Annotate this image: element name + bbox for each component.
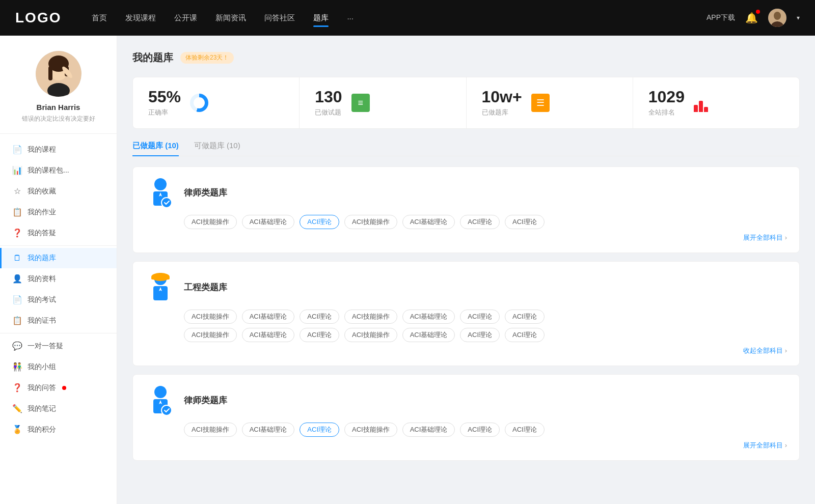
lawyer-icon-1 — [145, 177, 176, 208]
sidebar-item-questions[interactable]: ❓ 我的问答 — [0, 377, 117, 398]
done-banks-value: 10w+ — [482, 89, 522, 105]
tag[interactable]: ACI技能操作 — [184, 328, 237, 342]
tag[interactable]: ACI基础理论 — [402, 310, 455, 324]
rank-label: 全站排名 — [648, 108, 685, 117]
tag[interactable]: ACI理论 — [460, 423, 500, 437]
sidebar-item-points[interactable]: 🏅 我的积分 — [0, 419, 117, 440]
svg-point-1 — [774, 12, 781, 20]
nav-qa[interactable]: 问答社区 — [264, 13, 295, 23]
stat-done-questions: 130 已做试题 ≡ — [300, 77, 466, 128]
svg-point-10 — [154, 178, 167, 190]
tag[interactable]: ACI技能操作 — [184, 310, 237, 324]
stat-accuracy: 55% 正确率 — [133, 77, 300, 128]
sidebar-item-notes[interactable]: ✏️ 我的笔记 — [0, 398, 117, 419]
sidebar-item-courses[interactable]: 📄 我的课程 — [0, 139, 117, 160]
sidebar-item-qa[interactable]: ❓ 我的答疑 — [0, 222, 117, 243]
tag[interactable]: ACI技能操作 — [344, 310, 397, 324]
nav-home[interactable]: 首页 — [92, 13, 107, 23]
tab-done-banks[interactable]: 已做题库 (10) — [132, 141, 179, 156]
question-bank-icon: 🗒 — [12, 254, 22, 263]
avatar — [36, 51, 82, 97]
tag[interactable]: ACI理论 — [460, 215, 500, 229]
sidebar-item-homework[interactable]: 📋 我的作业 — [0, 202, 117, 222]
tag[interactable]: ACI技能操作 — [184, 423, 237, 437]
stat-rank: 1029 全站排名 — [633, 77, 799, 128]
profile-motto: 错误的决定比没有决定要好 — [0, 115, 117, 123]
tag[interactable]: ACI理论 — [505, 215, 545, 229]
tag[interactable]: ACI理论 — [300, 310, 339, 324]
page-header: 我的题库 体验剩余23天！ — [132, 51, 800, 65]
bank-card-lawyer-2: 律师类题库 ACI技能操作 ACI基础理论 ACI理论 ACI技能操作 ACI基… — [132, 374, 800, 461]
tag[interactable]: ACI理论 — [460, 310, 500, 324]
sidebar-item-profile[interactable]: 👤 我的资料 — [0, 268, 117, 289]
bar-chart-icon — [694, 94, 712, 112]
tag[interactable]: ACI理论 — [505, 423, 545, 437]
tag[interactable]: ACI技能操作 — [344, 423, 397, 437]
tags-row-engineer-2: ACI技能操作 ACI基础理论 ACI理论 ACI技能操作 ACI基础理论 AC… — [145, 328, 787, 342]
sidebar-item-exam[interactable]: 📄 我的考试 — [0, 289, 117, 310]
tags-row-lawyer-2: ACI技能操作 ACI基础理论 ACI理论 ACI技能操作 ACI基础理论 AC… — [145, 423, 787, 437]
notification-badge — [756, 10, 760, 14]
profile-icon: 👤 — [12, 274, 22, 284]
stat-done-banks: 10w+ 已做题库 ☰ — [467, 77, 633, 128]
sidebar-menu: 📄 我的课程 📊 我的课程包... ☆ 我的收藏 📋 我的作业 ❓ 我的答疑 � — [0, 139, 117, 440]
tag[interactable]: ACI理论 — [300, 328, 339, 342]
tag-active[interactable]: ACI理论 — [300, 215, 339, 229]
engineer-icon — [145, 272, 176, 302]
nav-question-bank[interactable]: 题库 — [313, 13, 329, 23]
trial-badge: 体验剩余23天！ — [180, 52, 234, 64]
tag[interactable]: ACI基础理论 — [242, 215, 295, 229]
tag[interactable]: ACI理论 — [505, 328, 545, 342]
nav-discover[interactable]: 发现课程 — [125, 13, 156, 23]
bank-card-header-lawyer-2: 律师类题库 — [145, 385, 787, 415]
tag[interactable]: ACI理论 — [460, 328, 500, 342]
svg-rect-17 — [151, 277, 170, 279]
expand-lawyer-2[interactable]: 展开全部科目 › — [145, 441, 787, 450]
tag[interactable]: ACI基础理论 — [402, 423, 455, 437]
tag-active[interactable]: ACI理论 — [300, 423, 339, 437]
points-icon: 🏅 — [12, 425, 22, 434]
tag[interactable]: ACI技能操作 — [184, 215, 237, 229]
sidebar-item-groups[interactable]: 👫 我的小组 — [0, 356, 117, 377]
pie-chart-icon — [190, 94, 208, 112]
tag[interactable]: ACI基础理论 — [402, 328, 455, 342]
sidebar-item-tutoring[interactable]: 💬 一对一答疑 — [0, 335, 117, 356]
tag[interactable]: ACI基础理论 — [402, 215, 455, 229]
sidebar-item-course-package[interactable]: 📊 我的课程包... — [0, 160, 117, 181]
app-download-link[interactable]: APP下载 — [707, 13, 735, 22]
page-title: 我的题库 — [132, 51, 173, 65]
tab-available-banks[interactable]: 可做题库 (10) — [194, 141, 240, 156]
logo: LOGO — [15, 10, 61, 26]
notification-bell[interactable]: 🔔 — [745, 12, 758, 24]
tag[interactable]: ACI理论 — [505, 310, 545, 324]
tag[interactable]: ACI基础理论 — [242, 423, 295, 437]
tags-row-engineer-1: ACI技能操作 ACI基础理论 ACI理论 ACI技能操作 ACI基础理论 AC… — [145, 310, 787, 324]
expand-engineer[interactable]: 收起全部科目 › — [145, 346, 787, 355]
navbar-right: APP下载 🔔 ▾ — [707, 9, 800, 27]
svg-point-19 — [154, 386, 167, 398]
tags-row-lawyer-1: ACI技能操作 ACI基础理论 ACI理论 ACI技能操作 ACI基础理论 AC… — [145, 215, 787, 229]
tag[interactable]: ACI基础理论 — [242, 310, 295, 324]
tag[interactable]: ACI基础理论 — [242, 328, 295, 342]
profile-section: Brian Harris 错误的决定比没有决定要好 — [0, 51, 117, 134]
nav-more[interactable]: ··· — [347, 14, 354, 22]
exam-icon: 📄 — [12, 295, 22, 304]
sidebar-item-favorites[interactable]: ☆ 我的收藏 — [0, 181, 117, 202]
expand-lawyer-1[interactable]: 展开全部科目 › — [145, 233, 787, 242]
sidebar-item-question-bank[interactable]: 🗒 我的题库 — [0, 248, 117, 268]
user-dropdown-arrow[interactable]: ▾ — [797, 14, 800, 21]
tag[interactable]: ACI技能操作 — [344, 328, 397, 342]
user-avatar-nav[interactable] — [768, 9, 786, 27]
bank-card-header-engineer: 工程类题库 — [145, 272, 787, 302]
bank-card-engineer: 工程类题库 ACI技能操作 ACI基础理论 ACI理论 ACI技能操作 ACI基… — [132, 261, 800, 366]
profile-name: Brian Harris — [0, 103, 117, 111]
sidebar-item-certificate[interactable]: 📋 我的证书 — [0, 310, 117, 331]
bank-name-lawyer-2: 律师类题库 — [184, 395, 227, 406]
done-banks-label: 已做题库 — [482, 108, 522, 117]
nav-news[interactable]: 新闻资讯 — [215, 13, 246, 23]
doc-icon: ≡ — [351, 94, 370, 112]
nav-open-course[interactable]: 公开课 — [174, 13, 197, 23]
tag[interactable]: ACI技能操作 — [344, 215, 397, 229]
accuracy-label: 正确率 — [148, 108, 181, 117]
stats-row: 55% 正确率 130 已做试题 ≡ 10w+ 已做题库 — [132, 77, 800, 129]
